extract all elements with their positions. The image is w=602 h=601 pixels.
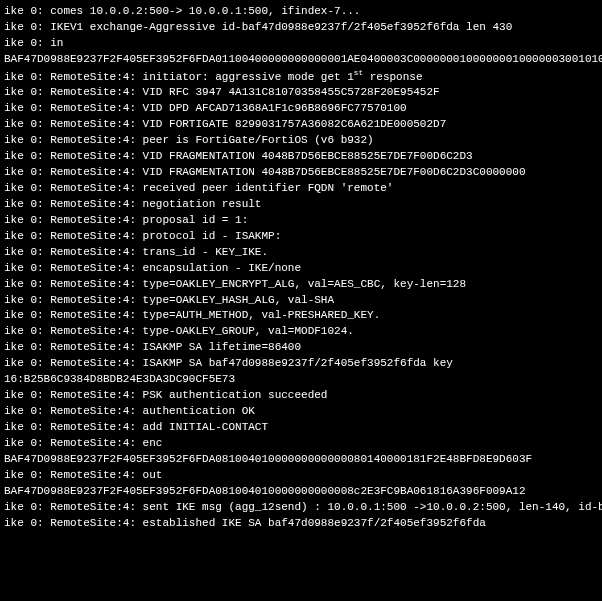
- log-line: ike 0: RemoteSite:4: VID DPD AFCAD71368A…: [4, 101, 598, 117]
- log-line: ike 0: RemoteSite:4: received peer ident…: [4, 181, 598, 197]
- log-line: ike 0: RemoteSite:4: VID FRAGMENTATION 4…: [4, 149, 598, 165]
- log-line: ike 0: RemoteSite:4: PSK authentication …: [4, 388, 598, 404]
- log-line: ike 0: comes 10.0.0.2:500-> 10.0.0.1:500…: [4, 4, 598, 20]
- log-line: BAF47D0988E9237F2F405EF3952F6FDA08100401…: [4, 484, 598, 500]
- log-line: ike 0: RemoteSite:4: encapsulation - IKE…: [4, 261, 598, 277]
- terminal-output: ike 0: comes 10.0.0.2:500-> 10.0.0.1:500…: [4, 4, 598, 532]
- log-line: ike 0: RemoteSite:4: authentication OK: [4, 404, 598, 420]
- log-line: ike 0: RemoteSite:4: sent IKE msg (agg_1…: [4, 500, 598, 516]
- log-line: ike 0: RemoteSite:4: type=OAKLEY_HASH_AL…: [4, 293, 598, 309]
- log-line: ike 0: IKEV1 exchange-Aggressive id-baf4…: [4, 20, 598, 36]
- log-line: ike 0: RemoteSite:4: peer is FortiGate/F…: [4, 133, 598, 149]
- log-line: ike 0: RemoteSite:4: protocol id - ISAKM…: [4, 229, 598, 245]
- log-line: ike 0: in: [4, 36, 598, 52]
- log-line: ike 0: RemoteSite:4: add INITIAL-CONTACT: [4, 420, 598, 436]
- log-line: ike 0: RemoteSite:4: negotiation result: [4, 197, 598, 213]
- log-line: ike 0: RemoteSite:4: proposal id = 1:: [4, 213, 598, 229]
- log-line: BAF47D0988E9237F2F405EF3952F6FDA01100400…: [4, 52, 598, 68]
- log-line: ike 0: RemoteSite:4: ISAKMP SA baf47d098…: [4, 356, 598, 372]
- log-line: ike 0: RemoteSite:4: ISAKMP SA lifetime=…: [4, 340, 598, 356]
- log-line: ike 0: RemoteSite:4: type=OAKLEY_ENCRYPT…: [4, 277, 598, 293]
- log-line: ike 0: RemoteSite:4: VID RFC 3947 4A131C…: [4, 85, 598, 101]
- log-line: 16:B25B6C9384D8BDB24E3DA3DC90CF5E73: [4, 372, 598, 388]
- log-line: ike 0: RemoteSite:4: enc: [4, 436, 598, 452]
- log-line: BAF47D0988E9237F2F405EF3952F6FDA08100401…: [4, 452, 598, 468]
- log-line: ike 0: RemoteSite:4: VID FRAGMENTATION 4…: [4, 165, 598, 181]
- log-line: ike 0: RemoteSite:4: VID FORTIGATE 82990…: [4, 117, 598, 133]
- log-line: ike 0: RemoteSite:4: initiator: aggressi…: [4, 68, 598, 86]
- log-line: ike 0: RemoteSite:4: type=AUTH_METHOD, v…: [4, 308, 598, 324]
- log-line: ike 0: RemoteSite:4: out: [4, 468, 598, 484]
- log-line: ike 0: RemoteSite:4: type-OAKLEY_GROUP, …: [4, 324, 598, 340]
- log-line: ike 0: RemoteSite:4: established IKE SA …: [4, 516, 598, 532]
- log-line: ike 0: RemoteSite:4: trans_id - KEY_IKE.: [4, 245, 598, 261]
